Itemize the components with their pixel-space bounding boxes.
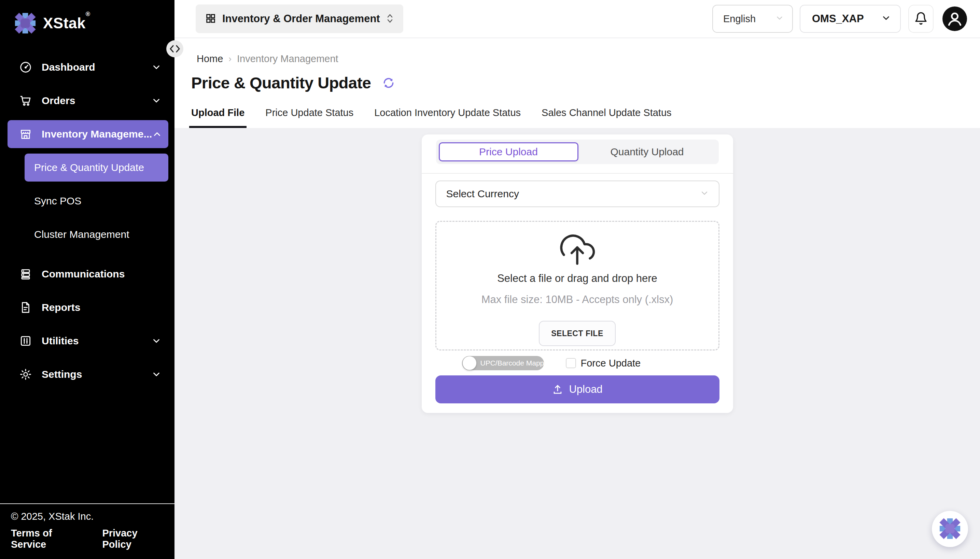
toggle-label: UPC/Barcode Mapping <box>481 359 554 367</box>
upload-button[interactable]: Upload <box>435 375 720 404</box>
notifications-button[interactable] <box>908 5 934 33</box>
dropzone-hint: Max file size: 10MB - Accepts only (.xls… <box>481 293 673 306</box>
sidebar-menu: Dashboard Orders <box>0 53 174 389</box>
sidebar-subitem-cluster-management[interactable]: Cluster Management <box>25 220 168 248</box>
segment-price-upload[interactable]: Price Upload <box>439 142 579 161</box>
chevron-up-icon <box>152 129 162 139</box>
store-icon <box>19 127 32 141</box>
copyright-text: © 2025, XStak Inc. <box>11 511 164 522</box>
sidebar-item-orders[interactable]: Orders <box>8 87 168 115</box>
sidebar-item-inventory-management[interactable]: Inventory Manageme... <box>8 120 168 148</box>
force-update-checkbox[interactable] <box>566 358 576 368</box>
page-title: Price & Quantity Update <box>191 73 371 92</box>
force-update-checkbox-group[interactable]: Force Update <box>566 358 641 369</box>
breadcrumb-home[interactable]: Home <box>197 53 223 64</box>
language-select[interactable]: English <box>712 5 793 33</box>
upload-options-row: UPC/Barcode Mapping Force Update <box>435 356 720 370</box>
bell-icon <box>914 12 928 26</box>
file-dropzone[interactable]: Select a file or drag and drop here Max … <box>435 221 720 351</box>
sidebar-footer: © 2025, XStak Inc. Terms of Service Priv… <box>0 503 174 559</box>
upload-type-segmented-control: Price Upload Quantity Upload <box>436 140 719 164</box>
main-area: Inventory & Order Management English OMS… <box>174 0 980 559</box>
sidebar-subitem-price-quantity-update[interactable]: Price & Quantity Update <box>25 154 168 182</box>
chevron-down-icon <box>151 336 161 346</box>
select-file-button[interactable]: SELECT FILE <box>539 321 615 346</box>
upload-card-body: Select Currency S <box>422 174 733 413</box>
tab-price-update-status[interactable]: Price Update Status <box>265 107 353 128</box>
tab-sales-channel-update-status[interactable]: Sales Channel Update Status <box>542 107 671 128</box>
segment-quantity-upload[interactable]: Quantity Upload <box>579 142 716 161</box>
sidebar-item-utilities[interactable]: Utilities <box>8 327 168 355</box>
upload-card: Price Upload Quantity Upload Select Curr… <box>422 134 733 413</box>
cloud-upload-icon <box>557 231 598 268</box>
terms-of-service-link[interactable]: Terms of Service <box>11 528 83 550</box>
gear-icon <box>19 368 32 381</box>
breadcrumb-current: Inventory Management <box>237 53 338 64</box>
cart-icon <box>19 94 32 107</box>
chevron-down-icon <box>881 13 891 25</box>
sidebar-item-dashboard[interactable]: Dashboard <box>8 53 168 81</box>
toggle-knob <box>463 356 476 370</box>
xstak-logo-icon <box>14 12 36 34</box>
app-switcher[interactable]: Inventory & Order Management <box>196 5 403 33</box>
sidebar-item-communications[interactable]: Communications <box>8 260 168 288</box>
chevron-down-icon <box>700 189 709 199</box>
tab-upload-file[interactable]: Upload File <box>191 107 244 128</box>
sidebar-item-settings[interactable]: Settings <box>8 361 168 389</box>
chevron-down-icon <box>151 369 161 379</box>
registered-mark: ® <box>86 11 91 17</box>
dropzone-headline: Select a file or drag and drop here <box>497 272 657 284</box>
force-update-label: Force Update <box>581 358 641 369</box>
tab-bar: Upload File Price Update Status Location… <box>191 107 980 128</box>
xstak-logo-icon <box>939 518 961 541</box>
page-header: Home › Inventory Management Price & Quan… <box>174 38 980 128</box>
chevron-down-icon <box>151 96 161 106</box>
sidebar-item-reports[interactable]: Reports <box>8 293 168 321</box>
sidebar: XStak® Dashboard <box>0 0 174 559</box>
server-icon <box>19 268 32 281</box>
app-screen: XStak® Dashboard <box>0 0 980 559</box>
gauge-icon <box>19 61 32 74</box>
tab-location-inventory-update-status[interactable]: Location Inventory Update Status <box>374 107 521 128</box>
privacy-policy-link[interactable]: Privacy Policy <box>102 528 164 550</box>
xstak-fab-button[interactable] <box>932 511 968 547</box>
topbar: Inventory & Order Management English OMS… <box>174 0 980 38</box>
chevron-down-icon <box>775 14 784 24</box>
tenant-select[interactable]: OMS_XAP <box>800 5 901 33</box>
user-avatar[interactable] <box>942 7 967 31</box>
upload-card-header: Price Upload Quantity Upload <box>422 134 733 174</box>
sliders-icon <box>19 334 32 347</box>
brand-name: XStak® <box>43 15 91 32</box>
breadcrumb: Home › Inventory Management <box>197 53 980 64</box>
document-icon <box>19 301 32 314</box>
upload-icon <box>552 384 564 395</box>
sidebar-subitem-sync-pos[interactable]: Sync POS <box>25 187 168 215</box>
refresh-button[interactable] <box>381 76 396 90</box>
content-area: Price Upload Quantity Upload Select Curr… <box>174 128 980 559</box>
currency-select[interactable]: Select Currency <box>435 180 720 207</box>
breadcrumb-separator-icon: › <box>229 54 232 64</box>
sidebar-collapse-button[interactable] <box>166 40 183 57</box>
upc-barcode-mapping-toggle[interactable]: UPC/Barcode Mapping <box>462 356 544 370</box>
grid-icon <box>205 13 216 25</box>
brand: XStak® <box>0 0 174 34</box>
selector-chevrons-icon <box>386 13 394 25</box>
chevron-down-icon <box>151 62 161 72</box>
